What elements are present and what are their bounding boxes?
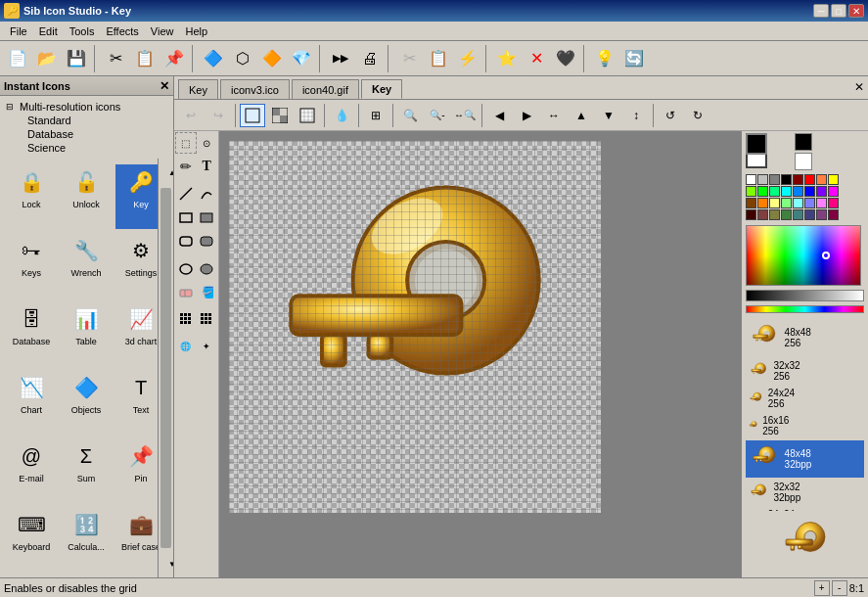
eraser-tool[interactable] <box>175 281 197 302</box>
palette-color-3-7[interactable] <box>828 209 839 220</box>
maximize-button[interactable]: □ <box>831 4 846 18</box>
move-right-button[interactable]: ▶ <box>514 104 539 127</box>
palette-color-3-2[interactable] <box>769 209 780 220</box>
menu-view[interactable]: View <box>145 23 180 39</box>
special-tool-2[interactable]: ✦ <box>197 336 218 357</box>
palette-color-2-0[interactable] <box>746 198 756 208</box>
move-down-button[interactable]: ▼ <box>596 104 621 127</box>
ellipse-fill-tool[interactable] <box>197 257 218 279</box>
size-preview-3[interactable]: 16x16256 <box>746 413 864 438</box>
redo-button[interactable]: ↪ <box>206 104 231 127</box>
zoom-out-status-button[interactable]: - <box>832 580 847 596</box>
icon-item-brief-case[interactable]: 💼 Brief case <box>115 507 158 572</box>
special-tool-1[interactable]: 🌐 <box>175 336 197 357</box>
menu-file[interactable]: File <box>4 23 33 39</box>
icon-item-objects[interactable]: 🔷 Objects <box>61 370 112 435</box>
tab-3[interactable]: Key <box>361 79 402 99</box>
rounded-rect-fill-tool[interactable] <box>197 230 218 252</box>
icon-item-key[interactable]: 🔑 Key <box>115 164 158 229</box>
palette-color-1-2[interactable] <box>769 186 780 197</box>
move-left-button[interactable]: ◀ <box>486 104 512 127</box>
rotate-cw-button[interactable]: ↻ <box>685 104 710 127</box>
tb-btn-14[interactable]: 📋 <box>425 45 452 72</box>
normal-mode-button[interactable] <box>240 104 265 127</box>
scroll-down-button[interactable]: ▼ <box>159 550 173 577</box>
icon-item-lock[interactable]: 🔒 Lock <box>6 164 57 229</box>
palette-color-3-4[interactable] <box>793 209 803 220</box>
delete-button[interactable]: ✕ <box>523 45 550 72</box>
icon-item-chart[interactable]: 📉 Chart <box>6 370 57 435</box>
icon-item-keyboard[interactable]: ⌨ Keyboard <box>6 507 57 572</box>
close-button[interactable]: ✕ <box>848 4 864 18</box>
grid-button[interactable] <box>295 104 320 127</box>
rect-fill-tool[interactable] <box>197 207 218 228</box>
tree-root[interactable]: ⊟ Multi-resolution icons <box>4 100 169 114</box>
palette-color-3-1[interactable] <box>757 209 768 220</box>
rect-outline-tool[interactable] <box>175 207 197 228</box>
canvas-area[interactable] <box>219 131 741 577</box>
palette-color-0-0[interactable] <box>746 174 756 185</box>
palette-color-2-5[interactable] <box>804 198 815 208</box>
line-tool[interactable] <box>175 183 197 205</box>
tb-btn-star[interactable]: ⭐ <box>493 45 521 72</box>
curve-tool[interactable] <box>197 183 218 205</box>
text-tool[interactable]: T <box>197 156 218 177</box>
save-button[interactable]: 💾 <box>63 45 90 72</box>
palette-color-1-0[interactable] <box>746 186 756 197</box>
zoom-in-status-button[interactable]: + <box>814 580 830 596</box>
tb-btn-13[interactable]: ✂ <box>395 45 423 72</box>
palette-color-3-0[interactable] <box>746 209 756 220</box>
icon-item-pin[interactable]: 📌 Pin <box>115 438 158 503</box>
size-preview-1[interactable]: 32x32256 <box>746 358 864 384</box>
effects-button[interactable]: ⚡ <box>454 45 481 72</box>
pencil-tool[interactable]: ✏ <box>175 156 197 177</box>
icon-item-3d-chart[interactable]: 📈 3d chart <box>115 301 158 366</box>
icon-item-sum[interactable]: Σ Sum <box>61 438 112 503</box>
palette-color-1-7[interactable] <box>828 186 839 197</box>
panel-close-button[interactable]: ✕ <box>160 79 169 93</box>
tb-btn-16[interactable]: 🖤 <box>552 45 579 72</box>
open-button[interactable]: 📂 <box>33 45 61 72</box>
new-button[interactable]: 📄 <box>4 45 31 72</box>
full-grid-button[interactable]: ⊞ <box>363 104 388 127</box>
menu-tools[interactable]: Tools <box>64 23 101 39</box>
palette-color-1-1[interactable] <box>757 186 768 197</box>
ellipse-outline-tool[interactable] <box>175 257 197 279</box>
zoom-out-button[interactable]: 🔍- <box>425 104 450 127</box>
palette-color-1-3[interactable] <box>781 186 792 197</box>
tree-database[interactable]: Database <box>4 127 169 141</box>
palette-color-2-3[interactable] <box>781 198 792 208</box>
palette-color-2-6[interactable] <box>816 198 827 208</box>
size-preview-0[interactable]: 48x48256 <box>746 319 864 356</box>
fill-tool[interactable]: 🪣 <box>197 281 218 302</box>
icon-item-keys[interactable]: 🗝 Keys <box>6 233 57 298</box>
icon-item-table[interactable]: 📊 Table <box>61 301 112 366</box>
color-strip[interactable] <box>746 305 864 313</box>
icon-item-settings[interactable]: ⚙ Settings <box>115 233 158 298</box>
palette-color-3-5[interactable] <box>804 209 815 220</box>
scroll-thumb[interactable] <box>160 188 171 548</box>
menu-help[interactable]: Help <box>179 23 213 39</box>
size-preview-4[interactable]: 48x4832bpp <box>746 440 864 478</box>
palette-color-0-2[interactable] <box>769 174 780 185</box>
tb-btn-12[interactable]: 🖨 <box>356 45 384 72</box>
palette-color-1-6[interactable] <box>816 186 827 197</box>
tb-btn-8[interactable]: ⬡ <box>229 45 256 72</box>
tab-1[interactable]: iconv3.ico <box>220 79 290 99</box>
icon-item-database[interactable]: 🗄 Database <box>6 301 57 366</box>
fg-color-swatch[interactable] <box>795 133 812 151</box>
palette-color-0-5[interactable] <box>804 174 815 185</box>
dots-tool-1[interactable] <box>175 308 197 330</box>
move-horiz-button[interactable]: ↔ <box>541 104 567 127</box>
palette-color-2-4[interactable] <box>793 198 803 208</box>
foreground-color-box[interactable] <box>746 133 767 155</box>
scroll-up-button[interactable]: ▲ <box>159 159 173 186</box>
tb-btn-17[interactable]: 💡 <box>591 45 618 72</box>
move-vert-button[interactable]: ↕ <box>623 104 649 127</box>
tab-close-button[interactable]: ✕ <box>854 80 864 94</box>
minimize-button[interactable]: ─ <box>813 4 829 18</box>
tab-0[interactable]: Key <box>178 79 218 99</box>
select-tool[interactable]: ⬚ <box>175 132 197 154</box>
zoom-fit-button[interactable]: ↔🔍 <box>452 104 478 127</box>
dots-tool-2[interactable] <box>197 308 218 330</box>
